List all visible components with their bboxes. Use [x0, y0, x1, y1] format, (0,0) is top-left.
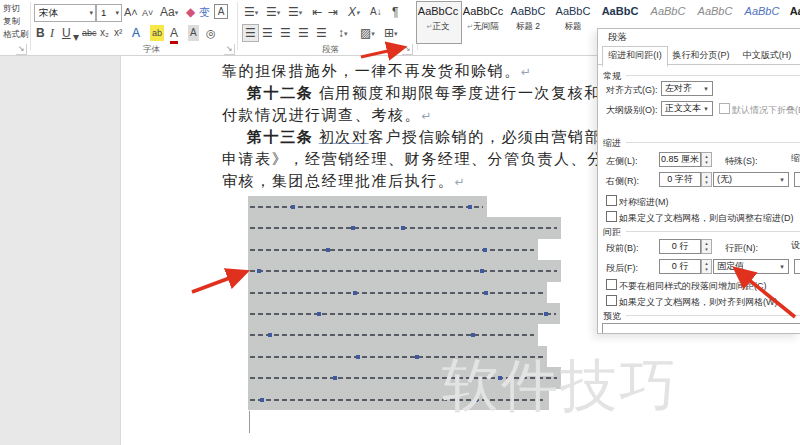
align-left-button[interactable]: ☰ — [242, 24, 259, 42]
special-by-input[interactable] — [794, 172, 800, 187]
selected-line[interactable] — [248, 196, 487, 217]
chevron-down-icon: ▾ — [299, 9, 303, 16]
increase-indent-icon[interactable]: ⇥ — [328, 4, 338, 20]
change-case-icon[interactable]: Aa▾ — [160, 4, 178, 21]
collapsed-by-default-checkbox[interactable] — [719, 103, 730, 114]
paragraph-dialog-launcher[interactable]: ↘ — [402, 44, 413, 55]
font-color-icon[interactable]: A — [170, 25, 178, 44]
indent-right-spinner[interactable]: ▴▾ — [701, 172, 712, 187]
style-item-no-spacing[interactable]: AaBbCc ↵无间隔 — [461, 1, 505, 43]
selected-line[interactable] — [248, 303, 560, 324]
style-preview: AaBbC — [740, 1, 784, 21]
line-spacing-icon[interactable]: ↕▾ — [338, 25, 348, 42]
doc-line[interactable]: 靠的担保措施外，一律不再发货和赊销。↵ — [222, 62, 531, 81]
group-separator — [30, 2, 31, 50]
align-right-button[interactable]: ☰ — [280, 25, 291, 41]
superscript-button[interactable]: x² — [114, 25, 122, 41]
numbering-icon[interactable]: ☰▾ — [266, 4, 280, 21]
tab-indents-spacing[interactable]: 缩进和间距(I) — [602, 46, 668, 67]
snap-to-grid-checkbox[interactable] — [606, 295, 617, 306]
chevron-down-icon: ▾ — [700, 102, 712, 115]
copy-button[interactable]: 复制 — [3, 16, 20, 28]
condensed-text-mark — [484, 291, 488, 295]
text-highlight-icon[interactable]: ab — [150, 25, 164, 41]
format-painter-button[interactable]: 格式刷 — [3, 29, 29, 41]
style-preview: AaBbC — [506, 1, 550, 21]
tab-line-page-breaks[interactable]: 换行和分页(P) — [668, 47, 734, 64]
chevron-down-icon: ▾ — [776, 173, 788, 186]
style-label: 标题 — [565, 21, 582, 31]
space-before-spinner[interactable]: ▴▾ — [701, 239, 712, 254]
shading-icon[interactable]: ▨▾ — [360, 25, 375, 42]
justify-button[interactable]: ☰ — [298, 25, 309, 41]
clipboard-dialog-launcher[interactable]: ↘ — [16, 44, 27, 55]
character-border-icon[interactable]: A — [214, 4, 228, 19]
style-item-heading2[interactable]: AaBbC 标题 2 — [506, 1, 550, 43]
tab-asian-typography[interactable]: 中文版式(H) — [736, 47, 798, 64]
indent-left-input[interactable]: 0.85 厘米 — [659, 152, 701, 167]
line-spacing-dropdown[interactable]: 固定值▾ — [713, 259, 789, 274]
font-dialog-launcher[interactable]: ↘ — [224, 44, 235, 55]
space-before-input[interactable]: 0 行 — [659, 239, 701, 254]
strikethrough-button[interactable]: abc — [82, 25, 97, 41]
font-name-value: 宋体 — [39, 7, 58, 18]
style-preview: AaBbC — [693, 1, 737, 21]
mirror-indents-checkbox[interactable] — [606, 195, 617, 206]
doc-line[interactable]: 审核，集团总经理批准后执行。↵ — [222, 172, 464, 191]
phonetic-guide-icon[interactable]: 变 — [199, 4, 210, 20]
enclose-character-icon[interactable]: ◎ — [206, 25, 216, 41]
indent-left-spinner[interactable]: ▴▾ — [701, 152, 712, 167]
special-by-label: 缩进值(Y): — [791, 152, 800, 165]
special-dropdown[interactable]: (无)▾ — [713, 172, 789, 187]
subscript-button[interactable]: x₂ — [100, 25, 109, 41]
underline-button[interactable]: U — [62, 25, 71, 41]
clear-format-icon[interactable]: ◆ — [186, 4, 195, 20]
decrease-indent-icon[interactable]: ⇤ — [312, 4, 322, 20]
space-after-label: 段后(F): — [606, 262, 638, 275]
multilevel-list-icon[interactable]: ☰▾ — [288, 4, 302, 21]
condensed-text-mark — [468, 205, 472, 209]
character-shading-icon[interactable]: A — [188, 25, 199, 41]
selected-line[interactable] — [248, 217, 561, 238]
font-size-value: 1 — [101, 7, 106, 18]
text-effects-icon[interactable]: A — [132, 25, 140, 41]
indent-right-input[interactable]: 0 字符 — [659, 172, 701, 187]
outline-level-dropdown[interactable]: 正文文本▾ — [661, 101, 713, 116]
condensed-text-mark — [351, 226, 355, 230]
distribute-button[interactable]: ☰ — [316, 25, 327, 41]
selected-line[interactable] — [248, 260, 561, 281]
asian-layout-icon[interactable]: X▾ — [348, 4, 360, 21]
selected-line[interactable] — [248, 239, 538, 260]
style-item-heading[interactable]: AaBbC 标题 — [551, 1, 595, 43]
space-before-label: 段前(B): — [606, 242, 639, 255]
chevron-down-icon[interactable]: ▾ — [73, 29, 79, 45]
cut-button[interactable]: 剪切 — [3, 3, 20, 15]
alignment-dropdown[interactable]: 左对齐▾ — [661, 81, 713, 96]
space-after-input[interactable]: 0 行 — [659, 259, 701, 274]
auto-adjust-right-indent-checkbox[interactable] — [606, 211, 617, 222]
selected-line[interactable] — [248, 324, 538, 345]
bold-button[interactable]: B — [36, 25, 45, 41]
selected-line[interactable] — [248, 282, 547, 303]
at-input[interactable] — [794, 259, 800, 274]
doc-line[interactable]: 付款情况进行调查、考核。↵ — [222, 106, 431, 125]
style-item-normal[interactable]: AaBbCc ↵正文 — [416, 1, 460, 43]
space-after-spinner[interactable]: ▴▾ — [701, 259, 712, 274]
style-preview: AaBbC — [786, 1, 800, 21]
condensed-text-line — [250, 292, 543, 294]
no-space-same-style-checkbox[interactable] — [606, 279, 617, 290]
sort-icon[interactable]: A↓ — [370, 4, 382, 20]
paragraph-group-label: 段落 — [322, 44, 339, 56]
align-center-button[interactable]: ☰ — [262, 25, 273, 41]
style-label: 无间隔 — [473, 21, 499, 31]
grow-font-icon[interactable]: A˄ — [124, 4, 138, 20]
bullets-icon[interactable]: ☰▾ — [244, 4, 258, 21]
collapsed-by-default-label: 默认情况下折叠(E) — [732, 104, 800, 117]
italic-button[interactable]: I — [50, 25, 54, 41]
shrink-font-icon[interactable]: A˅ — [142, 5, 153, 21]
borders-icon[interactable]: ⊞▾ — [384, 25, 398, 42]
condensed-text-line — [250, 270, 557, 272]
font-name-combobox[interactable]: 宋体 ▾ — [34, 4, 96, 22]
show-formatting-marks-icon[interactable]: ¶ — [392, 4, 398, 20]
font-size-combobox[interactable]: 1 ▾ — [96, 4, 122, 22]
